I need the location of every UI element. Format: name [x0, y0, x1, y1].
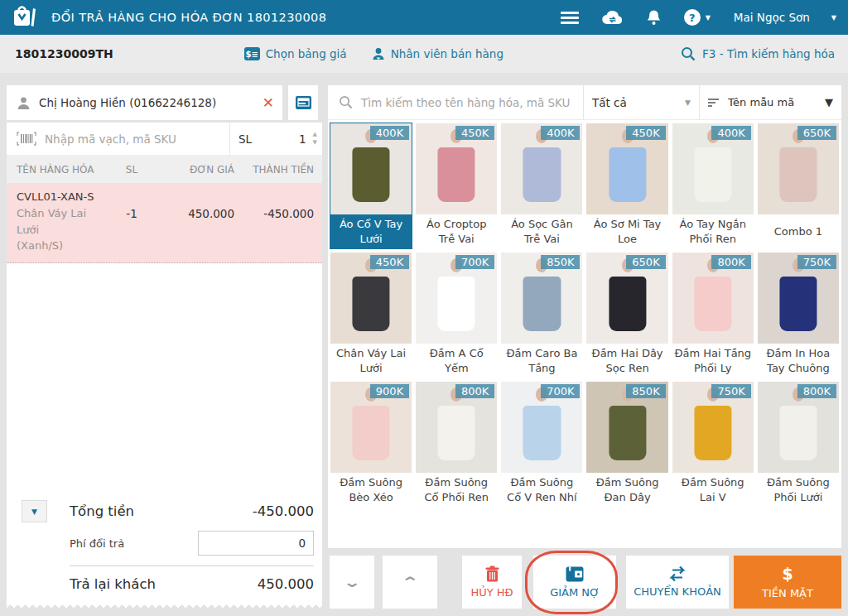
price-badge: 400K — [711, 126, 750, 140]
menu-icon[interactable] — [561, 9, 579, 26]
spinner-arrows-icon[interactable]: ▲▼ — [313, 132, 317, 146]
price-badge: 750K — [797, 255, 836, 269]
price-badge: 450K — [626, 126, 665, 140]
barcode-input[interactable]: Nhập mã vạch, mã SKU — [7, 132, 229, 146]
price-badge: 700K — [455, 255, 494, 269]
product-card[interactable]: 750K Đầm Suông Lai V — [672, 381, 754, 508]
price-badge: 900K — [370, 384, 409, 398]
remove-customer-icon[interactable]: ✕ — [263, 96, 274, 110]
product-name: Áo Sơ Mi Tay Loe — [586, 214, 667, 248]
scroll-up-button[interactable]: ⌃ — [383, 556, 437, 609]
price-badge: 850K — [541, 255, 580, 269]
sales-staff-button[interactable]: Nhân viên bán hàng — [372, 47, 504, 60]
choose-price-table-button[interactable]: $≡ Chọn bảng giá — [244, 47, 347, 60]
product-name: Áo Tay Ngắn Phối Ren — [672, 214, 754, 248]
user-menu[interactable]: Mai Ngọc Sơn ▼ — [734, 11, 836, 24]
cancel-invoice-button[interactable]: HỦY HĐ — [462, 556, 522, 609]
product-card[interactable]: 450K Áo Croptop Trễ Vai — [415, 123, 498, 249]
category-filter-select[interactable]: Tất cả ▼ — [583, 85, 699, 119]
product-image: 900K — [330, 382, 412, 473]
chevron-down-icon: ▼ — [685, 99, 691, 107]
product-card[interactable]: 800K Đầm Hai Tầng Phối Ly — [672, 252, 754, 378]
help-menu[interactable]: ? ▼ — [684, 9, 711, 26]
customer-field[interactable]: Chị Hoàng Hiền (01662246128) ✕ — [7, 85, 282, 120]
product-grid: 400K Áo Cổ V Tay Lưới 450K Áo Croptop Tr… — [328, 120, 841, 548]
cloud-sync-icon[interactable] — [602, 10, 624, 26]
person-icon — [17, 96, 31, 110]
notifications-bell-icon[interactable] — [647, 9, 661, 26]
scroll-down-button[interactable]: ⌄ — [330, 556, 374, 609]
product-card[interactable]: 900K Đầm Suông Bèo Xéo — [330, 381, 412, 508]
product-card[interactable]: 400K Áo Sọc Gân Trễ Vai — [500, 123, 583, 249]
product-name: Áo Sọc Gân Trễ Vai — [501, 214, 582, 248]
product-image: 750K — [758, 253, 839, 344]
total-label: Tổng tiền — [70, 503, 134, 519]
product-image: 400K — [330, 123, 412, 214]
product-name: Đầm Suông Phối Lưới — [758, 473, 839, 507]
wallet-icon — [566, 566, 584, 582]
product-card[interactable]: 800K Đầm Suông Cổ Phối Ren — [415, 381, 498, 508]
toolbar: 1801230009TH $≡ Chọn bảng giá Nhân viên … — [0, 35, 848, 73]
sort-select[interactable]: Tên mẫu mã ▼ — [699, 85, 841, 119]
product-image: 650K — [586, 253, 667, 344]
product-card[interactable]: 700K Đầm A Cổ Yếm — [415, 252, 498, 378]
cart-box: Nhập mã vạch, mã SKU SL 1 ▲▼ TÊN HÀNG HÓ… — [7, 123, 322, 602]
product-card[interactable]: 700K Đầm Suông Cổ V Ren Nhí — [500, 381, 583, 508]
product-name: Đầm Hai Tầng Phối Ly — [672, 344, 754, 378]
bank-transfer-button[interactable]: CHUYỂN KHOẢN — [626, 556, 729, 609]
price-table-icon: $≡ — [244, 47, 260, 60]
price-badge: 650K — [626, 255, 665, 269]
cash-payment-button[interactable]: $ TIỀN MẶT — [734, 556, 841, 609]
invoice-list-button[interactable] — [288, 85, 318, 120]
price-badge: 800K — [797, 384, 836, 398]
product-card[interactable]: 850K Đầm Caro Ba Tầng — [500, 252, 583, 378]
search-icon — [339, 95, 353, 109]
barcode-placeholder: Nhập mã vạch, mã SKU — [45, 132, 176, 146]
product-name: Đầm Suông Lai V — [672, 473, 754, 507]
item-unit-price: 450.000 — [155, 190, 234, 254]
product-card[interactable]: 450K Áo Sơ Mi Tay Loe — [585, 123, 668, 249]
return-fee-label: Phí đổi trả — [70, 537, 124, 550]
chevron-down-icon: ▼ — [831, 14, 836, 22]
sort-lines-icon — [708, 98, 720, 107]
product-name: Chân Váy Lai Lưới — [330, 344, 412, 378]
reduce-debt-button[interactable]: GIẢM NỢ — [533, 556, 616, 609]
product-name: Đầm Caro Ba Tầng — [501, 344, 582, 378]
product-card[interactable]: 650K Đầm Hai Dây Sọc Ren — [585, 252, 668, 378]
item-code: CVLL01-XAN-S — [17, 190, 108, 203]
catalog-search-input[interactable]: Tìm kiếm theo tên hàng hóa, mã SKU — [328, 85, 583, 119]
product-name: Đầm Suông Cổ Phối Ren — [416, 473, 497, 507]
customer-name: Chị Hoàng Hiền (01662246128) — [39, 96, 263, 109]
product-card[interactable]: 450K Chân Váy Lai Lưới — [330, 252, 412, 378]
person-icon — [372, 47, 385, 60]
chevron-up-icon: ⌃ — [401, 574, 420, 590]
product-image: 750K — [672, 382, 754, 473]
product-search-hotkey[interactable]: F3 - Tìm kiếm hàng hóa — [681, 46, 835, 61]
product-card[interactable]: 800K Đầm Suông Phối Lưới — [757, 381, 840, 508]
return-fee-input[interactable] — [198, 531, 314, 556]
quantity-stepper[interactable]: SL 1 ▲▼ — [229, 123, 322, 155]
refund-label: Trả lại khách — [70, 576, 156, 592]
price-badge: 450K — [455, 126, 494, 140]
expand-summary-button[interactable]: ▼ — [22, 500, 47, 522]
refund-value: 450.000 — [258, 576, 314, 592]
product-card[interactable]: 400K Áo Tay Ngắn Phối Ren — [672, 123, 754, 249]
barcode-icon — [17, 132, 36, 146]
trash-icon — [485, 565, 499, 582]
cart-summary: ▼ Tổng tiền -450.000 Phí đổi trả Trả lại… — [7, 493, 322, 597]
cart-item-row[interactable]: CVLL01-XAN-S Chân Váy Lai Lưới (Xanh/S) … — [7, 183, 322, 263]
chevron-down-icon: ▼ — [706, 14, 711, 22]
product-card[interactable]: 750K Đầm In Hoa Tay Chuông — [757, 252, 840, 378]
product-card[interactable]: 650K Combo 1 — [757, 123, 840, 249]
product-image: 650K — [758, 123, 839, 214]
actions-bar: ⌄ ⌃ HỦY HĐ GIẢM NỢ — [328, 556, 841, 609]
product-card[interactable]: 850K Đầm Suông Đan Dây — [585, 381, 668, 508]
product-name: Đầm Suông Cổ V Ren Nhí — [501, 473, 582, 507]
quantity-value: 1 — [252, 132, 313, 146]
product-image: 800K — [416, 382, 497, 473]
product-card[interactable]: 400K Áo Cổ V Tay Lưới — [330, 123, 412, 249]
user-name: Mai Ngọc Sơn — [734, 11, 810, 24]
price-badge: 750K — [711, 384, 750, 398]
product-image: 450K — [416, 123, 497, 214]
product-image: 700K — [501, 382, 582, 473]
